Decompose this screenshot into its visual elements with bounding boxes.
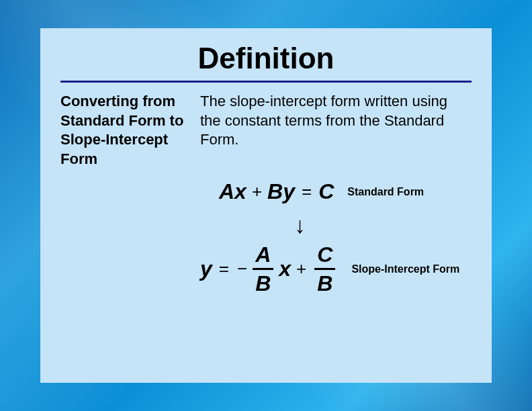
plus-op: + [296, 259, 306, 279]
frac-num-A: A [253, 244, 273, 265]
var-C: C [318, 179, 334, 204]
fraction-bar [253, 268, 273, 270]
arrow-row: ↓ [200, 212, 472, 238]
var-x: x [234, 179, 247, 204]
var-x: x [279, 257, 291, 281]
frac-den-B: B [253, 273, 273, 294]
card-title: Definition [60, 42, 472, 75]
slope-intercept-label: Slope-Intercept Form [351, 263, 459, 275]
title-divider [60, 81, 472, 83]
var-y: y [200, 257, 212, 281]
description-text: The slope-intercept form written using t… [200, 92, 472, 150]
fraction-bar [314, 268, 335, 270]
frac-den-B: B [314, 273, 335, 294]
topic-heading: Converting from Standard Form to Slope-I… [60, 92, 188, 294]
content-right: The slope-intercept form written using t… [200, 92, 472, 294]
standard-form-row: Ax + By = C Standard Form [200, 179, 472, 204]
standard-form-label-text: Standard Form [347, 185, 424, 198]
definition-card: Definition Converting from Standard Form… [40, 28, 492, 383]
neg-op: − [237, 259, 247, 279]
standard-form-label: Standard Form [347, 185, 424, 198]
slope-intercept-equation: y = − A B x + C B [200, 244, 338, 294]
var-A: A [219, 179, 234, 204]
content-columns: Converting from Standard Form to Slope-I… [60, 92, 472, 294]
frac-num-C: C [314, 244, 335, 265]
equals-op: = [219, 259, 229, 279]
fraction-A-over-B: A B [253, 244, 273, 294]
down-arrow-icon: ↓ [294, 212, 306, 238]
slope-intercept-label-text: Slope-Intercept Form [351, 263, 459, 275]
plus-op: + [252, 181, 262, 202]
equations-block: Ax + By = C Standard Form ↓ y [200, 179, 472, 294]
equals-op: = [302, 181, 312, 202]
fraction-C-over-B: C B [314, 244, 335, 294]
var-y: y [283, 179, 295, 204]
var-B: B [267, 179, 283, 204]
standard-form-equation: Ax + By = C [219, 179, 334, 204]
slope-intercept-row: y = − A B x + C B [200, 244, 472, 294]
